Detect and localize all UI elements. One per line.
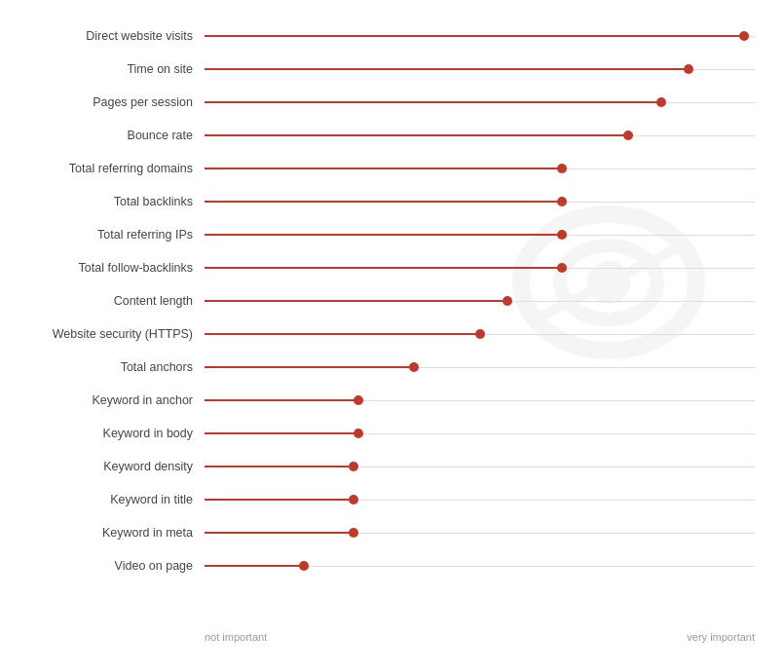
dot-marker [557,197,567,206]
bar-line [205,234,562,236]
bar-line [205,201,562,203]
bar-line [205,134,628,136]
chart-row: Content length [10,284,755,317]
chart-row: Keyword in title [10,483,755,516]
dot-marker [557,164,567,173]
row-track [205,185,755,218]
row-track [205,317,755,351]
chart-row: Total referring IPs [10,218,755,251]
bar-line [205,168,562,169]
dot-marker [409,362,419,372]
bar-line [205,466,354,467]
row-label: Direct website visits [10,29,205,43]
row-label: Video on page [10,559,205,573]
dot-marker [349,528,358,538]
row-label: Keyword in meta [10,526,205,540]
dot-marker [557,263,567,273]
row-label: Keyword in anchor [10,393,205,407]
dot-marker [299,561,309,571]
dot-marker [684,64,693,74]
row-track [205,351,755,384]
row-label: Total referring IPs [10,228,205,242]
row-label: Website security (HTTPS) [10,327,205,341]
bar-line [205,35,744,37]
chart-row: Total follow-backlinks [10,251,755,284]
row-label: Keyword in body [10,427,205,440]
row-track [205,284,755,317]
row-label: Total follow-backlinks [10,261,205,275]
chart-area: Direct website visitsTime on sitePages p… [10,19,755,623]
row-track [205,19,755,53]
chart-row: Bounce rate [10,119,755,152]
dot-marker [349,495,358,504]
bar-line [205,300,507,302]
bar-line [205,267,562,269]
axis-label-right: very important [687,631,755,643]
bar-line [205,333,480,335]
row-track [205,119,755,152]
dot-marker [557,230,567,240]
row-track [205,86,755,119]
chart-row: Total referring domains [10,152,755,185]
axis-label-left: not important [205,631,267,643]
chart-row: Keyword in body [10,417,755,450]
bar-line [205,399,358,401]
dot-marker [739,31,749,41]
row-track [205,53,755,86]
chart-row: Keyword in anchor [10,384,755,417]
chart-row: Keyword in meta [10,516,755,549]
row-track [205,483,755,516]
chart-row: Video on page [10,549,755,582]
dot-marker [623,131,633,140]
chart-row: Time on site [10,53,755,86]
chart-row: Keyword density [10,450,755,483]
bar-line [205,499,354,501]
row-label: Total anchors [10,360,205,374]
row-label: Pages per session [10,95,205,109]
row-label: Bounce rate [10,129,205,142]
row-label: Keyword in title [10,493,205,506]
row-label: Keyword density [10,460,205,473]
row-label: Total referring domains [10,162,205,175]
dot-marker [475,329,485,339]
chart-container: Direct website visitsTime on sitePages p… [0,0,784,672]
dot-marker [349,462,358,471]
bar-line [205,68,689,70]
row-label: Content length [10,294,205,308]
dot-marker [656,97,666,107]
chart-row: Total backlinks [10,185,755,218]
bar-line [205,101,661,103]
row-label: Total backlinks [10,195,205,208]
chart-row: Total anchors [10,351,755,384]
row-track [205,152,755,185]
dot-marker [354,429,363,438]
row-track [205,218,755,251]
bar-line [205,432,358,434]
chart-row: Direct website visits [10,19,755,53]
chart-row: Website security (HTTPS) [10,317,755,351]
row-track [205,417,755,450]
bar-line [205,532,354,534]
bar-line [205,366,414,368]
row-track [205,516,755,549]
row-track [205,251,755,284]
row-track [205,384,755,417]
row-label: Time on site [10,62,205,76]
chart-row: Pages per session [10,86,755,119]
axis-labels: not important very important [10,631,755,643]
dot-marker [354,395,363,405]
row-track [205,549,755,582]
bar-line [205,565,304,567]
dot-marker [503,296,512,306]
row-track [205,450,755,483]
